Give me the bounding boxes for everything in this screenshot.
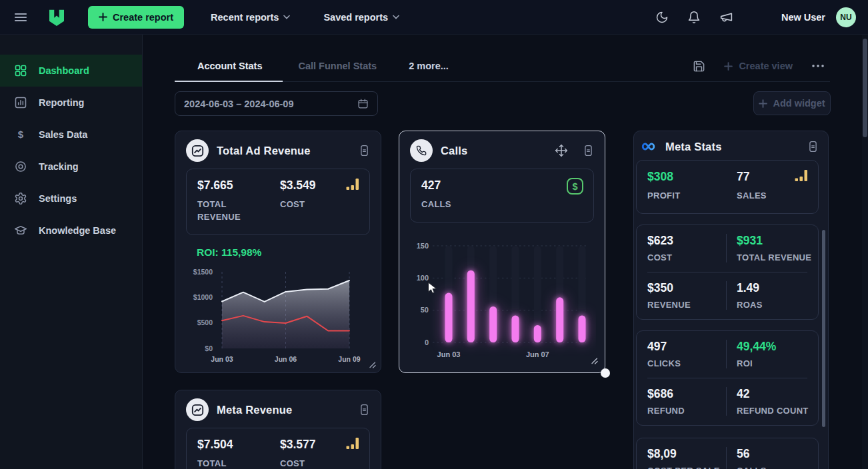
meta-logo-icon bbox=[639, 139, 657, 154]
dollar-badge-icon[interactable]: $ bbox=[566, 177, 584, 195]
roi-value: ROI: 115,98% bbox=[197, 246, 370, 258]
line-chart-icon bbox=[186, 139, 209, 162]
resize-corner-handle[interactable] bbox=[601, 368, 610, 378]
widget-menu-icon[interactable] bbox=[359, 144, 370, 157]
stat-value: $308 bbox=[647, 170, 737, 184]
stats-box: $7.665 TOTAL REVENUE $3.549 COST bbox=[186, 169, 370, 235]
mini-bars-icon bbox=[346, 178, 360, 191]
svg-text:$: $ bbox=[572, 181, 577, 192]
widget-meta-stats: Meta Stats $308 PROFIT 77 SALES $623 COS… bbox=[633, 131, 829, 469]
add-widget-button[interactable]: Add widget bbox=[753, 91, 831, 115]
stats-group: 497 CLICKS 49,44% ROI $686 REFUND 42 REF… bbox=[636, 330, 819, 426]
widget-title: Meta Stats bbox=[665, 141, 722, 153]
sidebar: Dashboard Reporting $ Sales Data Trackin… bbox=[0, 35, 143, 469]
svg-text:$1000: $1000 bbox=[193, 293, 213, 301]
dollar-icon: $ bbox=[13, 128, 28, 141]
svg-text:Jun 07: Jun 07 bbox=[526, 350, 549, 358]
plus-icon bbox=[99, 13, 107, 21]
topbar: Create report Recent reports Saved repor… bbox=[0, 0, 868, 35]
widget-meta-revenue: Meta Revenue $7.504 TOTAL REVENUE $3.577… bbox=[175, 390, 381, 469]
tab-account-stats[interactable]: Account Stats bbox=[175, 51, 283, 82]
stats-group: $8,09 COST PER SALE 56 CALLS 77 $8,09 bbox=[636, 438, 819, 469]
stat-label: COST bbox=[280, 199, 359, 211]
svg-text:0: 0 bbox=[425, 338, 429, 346]
bar-chart-icon bbox=[13, 96, 28, 109]
svg-text:$1500: $1500 bbox=[193, 268, 213, 276]
sidebar-item-tracking[interactable]: Tracking bbox=[0, 151, 142, 183]
sidebar-item-dashboard[interactable]: Dashboard bbox=[0, 55, 142, 87]
widget-menu-icon[interactable] bbox=[583, 144, 594, 157]
sidebar-item-knowledge-base[interactable]: Knowledge Base bbox=[0, 215, 142, 246]
move-icon[interactable] bbox=[555, 144, 568, 157]
more-options-icon[interactable] bbox=[811, 64, 825, 68]
stat-value: $7.665 bbox=[197, 179, 280, 193]
widget-title: Calls bbox=[441, 145, 467, 157]
resize-handle-icon[interactable] bbox=[368, 360, 376, 368]
svg-text:$0: $0 bbox=[205, 344, 213, 352]
stats-row: $8,09 COST PER SALE 56 CALLS bbox=[647, 438, 807, 469]
svg-text:Jun 09: Jun 09 bbox=[338, 355, 360, 363]
gear-icon bbox=[13, 192, 28, 205]
plus-icon bbox=[724, 62, 733, 71]
widget-calls: Calls 427 CALLS $ 050100150Jun 03Jun 07 bbox=[399, 131, 605, 373]
view-tabs: Account Stats Call Funnel Stats 2 more..… bbox=[175, 51, 830, 82]
revenue-area-chart: $0$500$1000$1500Jun 03Jun 06Jun 09 bbox=[182, 263, 373, 364]
page-scrollbar-thumb[interactable] bbox=[863, 39, 867, 137]
announcements-megaphone-icon[interactable] bbox=[719, 10, 733, 24]
tab-call-funnel-stats[interactable]: Call Funnel Stats bbox=[283, 51, 393, 82]
create-view-button[interactable]: Create view bbox=[724, 61, 793, 71]
notifications-bell-icon[interactable] bbox=[687, 11, 701, 24]
widget-title: Total Ad Revenue bbox=[217, 145, 311, 157]
svg-text:150: 150 bbox=[417, 242, 429, 250]
stat-label: COST bbox=[280, 458, 359, 469]
user-name: New User bbox=[781, 12, 825, 23]
hamburger-icon[interactable] bbox=[13, 10, 28, 25]
plus-icon bbox=[759, 99, 767, 108]
chevron-down-icon bbox=[393, 15, 399, 19]
date-range-input[interactable]: 2024-06-03 – 2024-06-09 bbox=[175, 91, 378, 116]
stats-row: $350 REVENUE 1.49 ROAS bbox=[647, 272, 807, 319]
brand-logo-icon[interactable] bbox=[47, 7, 67, 27]
sidebar-item-sales-data[interactable]: $ Sales Data bbox=[0, 119, 142, 151]
tab-more[interactable]: 2 more... bbox=[393, 51, 465, 82]
svg-text:Jun 03: Jun 03 bbox=[437, 350, 461, 358]
sidebar-item-reporting[interactable]: Reporting bbox=[0, 87, 142, 119]
stat-value: $7.504 bbox=[197, 438, 280, 452]
stats-group: $623 COST $931 TOTAL REVENUE $350 REVENU… bbox=[636, 225, 819, 320]
svg-text:Jun 03: Jun 03 bbox=[211, 355, 233, 363]
stat-value: 427 bbox=[421, 179, 451, 193]
user-avatar[interactable]: NU bbox=[836, 7, 856, 27]
stats-row: 497 CLICKS 49,44% ROI bbox=[647, 331, 807, 378]
svg-text:50: 50 bbox=[421, 306, 429, 314]
widget-title: Meta Revenue bbox=[217, 404, 292, 416]
svg-text:$500: $500 bbox=[197, 318, 213, 326]
mini-bars-icon bbox=[795, 169, 809, 183]
resize-handle-icon[interactable] bbox=[590, 356, 598, 364]
graduation-cap-icon bbox=[13, 224, 28, 237]
stat-label: PROFIT bbox=[647, 190, 737, 203]
stat-label: CALLS bbox=[421, 199, 451, 211]
stat-label: TOTAL REVENUE bbox=[197, 458, 259, 469]
mini-bars-icon bbox=[346, 437, 360, 450]
widget-menu-icon[interactable] bbox=[807, 140, 819, 153]
phone-icon bbox=[410, 139, 433, 162]
stats-box: $7.504 TOTAL REVENUE $3.577 COST bbox=[186, 428, 370, 469]
dark-mode-moon-icon[interactable] bbox=[655, 11, 669, 24]
grid-icon bbox=[13, 64, 28, 77]
widget-menu-icon[interactable] bbox=[359, 403, 370, 416]
create-report-button[interactable]: Create report bbox=[88, 6, 184, 29]
calls-bar-chart: 050100150Jun 03Jun 07 bbox=[406, 233, 596, 366]
stats-box: 427 CALLS $ bbox=[410, 169, 594, 223]
svg-text:Jun 06: Jun 06 bbox=[275, 355, 297, 363]
sidebar-item-settings[interactable]: Settings bbox=[0, 183, 142, 215]
stat-label: SALES bbox=[737, 190, 807, 203]
chevron-down-icon bbox=[283, 15, 290, 19]
line-chart-icon bbox=[186, 398, 209, 421]
recent-reports-menu[interactable]: Recent reports bbox=[211, 12, 290, 23]
saved-reports-menu[interactable]: Saved reports bbox=[323, 12, 399, 23]
save-view-icon[interactable] bbox=[693, 60, 705, 73]
widget-total-ad-revenue: Total Ad Revenue $7.665 TOTAL REVENUE $3… bbox=[175, 131, 381, 373]
widget-scrollbar-thumb[interactable] bbox=[822, 230, 825, 427]
stats-row: $623 COST $931 TOTAL REVENUE bbox=[647, 225, 807, 272]
calendar-icon bbox=[357, 98, 369, 109]
